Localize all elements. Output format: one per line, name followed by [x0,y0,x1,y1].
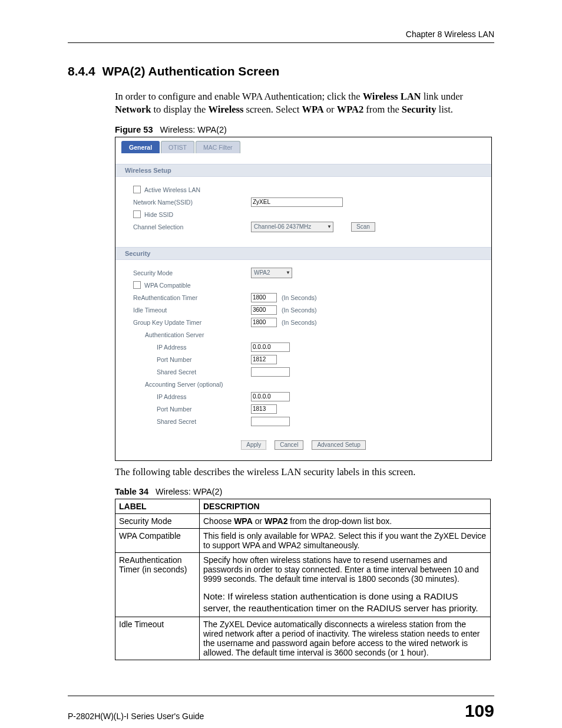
input-auth-ip[interactable] [251,342,290,352]
label-acct-server: Accounting Server (optional) [133,381,251,388]
label-idle: Idle Timeout [133,307,251,314]
tab-general[interactable]: General [121,141,160,153]
label-acct-ip: IP Address [133,393,251,400]
section-heading: 8.4.4 WPA(2) Authentication Screen [68,64,494,78]
table-row: Security Mode Choose WPA or WPA2 from th… [115,513,491,528]
checkbox-active-wlan[interactable] [133,186,141,193]
input-acct-ip[interactable] [251,392,290,401]
label-auth-port: Port Number [133,356,251,363]
input-auth-secret[interactable] [251,367,290,377]
tab-mac-filter[interactable]: MAC Filter [196,141,240,153]
section-number: 8.4.4 [68,64,95,78]
input-ssid[interactable] [251,197,343,207]
tab-otist[interactable]: OTIST [161,141,194,153]
cancel-button[interactable]: Cancel [275,440,303,450]
row1-label: WPA Compatible [115,528,200,552]
label-active-wlan: Active Wireless LAN [144,186,200,193]
label-acct-port: Port Number [133,406,251,413]
tab-strip: General OTIST MAC Filter [115,137,491,153]
input-gku[interactable] [251,318,277,327]
th-label: LABEL [115,499,200,513]
label-gku: Group Key Update Timer [133,319,251,326]
input-reauth[interactable] [251,293,277,302]
running-header: Chapter 8 Wireless LAN [68,29,494,43]
th-description: DESCRIPTION [200,499,491,513]
suffix-seconds-2: (In Seconds) [282,307,317,314]
label-auth-ip: IP Address [133,344,251,351]
section-bar-wireless: Wireless Setup [115,164,491,177]
checkbox-wpa-compatible[interactable] [133,281,141,289]
input-acct-secret[interactable] [251,417,290,426]
label-security-mode: Security Mode [133,269,251,276]
row2-desc: Specify how often wireless stations have… [200,552,491,617]
apply-button[interactable]: Apply [241,440,266,450]
suffix-seconds-3: (In Seconds) [282,319,317,326]
row0-label: Security Mode [115,513,200,528]
row2-note: Note: If wireless station authentication… [203,591,487,614]
advanced-button[interactable]: Advanced Setup [312,440,365,450]
table-row: Idle Timeout The ZyXEL Device automatica… [115,617,491,660]
label-ssid: Network Name(SSID) [133,199,251,206]
description-table: LABEL DESCRIPTION Security Mode Choose W… [115,499,491,660]
select-security-mode[interactable]: WPA2 [251,268,292,278]
footer-guide: P-2802H(W)(L)-I Series User's Guide [68,711,204,721]
select-channel[interactable]: Channel-06 2437MHz [251,222,333,232]
row3-desc: The ZyXEL Device automatically disconnec… [200,617,491,660]
label-hide-ssid: Hide SSID [144,211,173,218]
section-title: WPA(2) Authentication Screen [102,64,279,78]
checkbox-hide-ssid[interactable] [133,210,141,218]
footer-page-number: 109 [465,701,494,721]
label-auth-server: Authentication Server [133,331,251,338]
label-reauth: ReAuthentication Timer [133,294,251,301]
table-row: ReAuthentication Timer (in seconds) Spec… [115,552,491,617]
figure-caption: Figure 53 Wireless: WPA(2) [115,125,494,134]
row1-desc: This field is only available for WPA2. S… [200,528,491,552]
input-idle[interactable] [251,305,277,315]
intro-paragraph: In order to configure and enable WPA Aut… [115,90,494,117]
row2-label: ReAuthentication Timer (in seconds) [115,552,200,617]
section-bar-security: Security [115,247,491,260]
row0-desc: Choose WPA or WPA2 from the drop-down li… [200,513,491,528]
row3-label: Idle Timeout [115,617,200,660]
input-auth-port[interactable] [251,355,277,364]
table-caption: Table 34 Wireless: WPA(2) [115,487,494,496]
figure-screenshot: General OTIST MAC Filter Wireless Setup … [115,137,492,461]
suffix-seconds-1: (In Seconds) [282,294,317,301]
label-channel: Channel Selection [133,223,251,230]
post-figure-text: The following table describes the wirele… [115,466,494,479]
input-acct-port[interactable] [251,404,277,414]
scan-button[interactable]: Scan [351,222,375,232]
table-row: WPA Compatible This field is only availa… [115,528,491,552]
label-auth-secret: Shared Secret [133,368,251,375]
label-wpa-compatible: WPA Compatible [144,282,191,289]
label-acct-secret: Shared Secret [133,418,251,425]
